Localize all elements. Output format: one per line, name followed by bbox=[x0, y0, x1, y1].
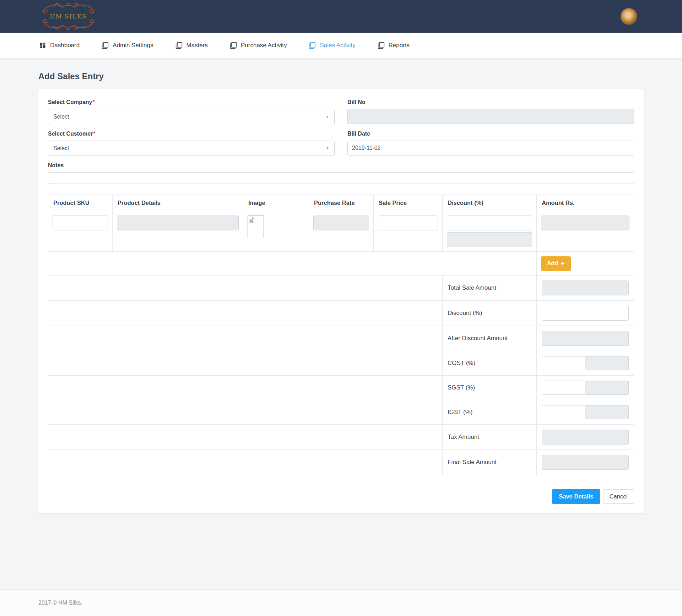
layers-icon bbox=[230, 42, 237, 49]
final-sale-amount-input bbox=[542, 455, 629, 470]
brand-logo: HM SILKS bbox=[39, 1, 98, 31]
notes-label: Notes bbox=[48, 162, 634, 169]
after-discount-amount-label: After Discount Amount bbox=[443, 326, 537, 351]
save-details-button[interactable]: Save Details bbox=[552, 489, 600, 504]
cgst-input-group bbox=[542, 356, 629, 370]
required-mark: * bbox=[93, 131, 95, 137]
chevron-down-icon: ▼ bbox=[326, 146, 329, 150]
product-sku-input[interactable] bbox=[53, 216, 108, 230]
after-discount-amount-input bbox=[542, 331, 629, 346]
col-image: Image bbox=[243, 195, 309, 211]
nav-item-admin-settings[interactable]: Admin Settings bbox=[102, 42, 153, 49]
nav-item-label: Admin Settings bbox=[113, 42, 153, 49]
add-button[interactable]: Add + bbox=[541, 256, 571, 271]
customer-select[interactable]: Select ▼ bbox=[48, 141, 335, 156]
summary-discount-input[interactable] bbox=[542, 306, 629, 321]
summary-row-final-sale-amount: Final Sale Amount bbox=[48, 450, 634, 475]
layers-icon bbox=[175, 42, 183, 49]
avatar[interactable] bbox=[621, 8, 637, 25]
company-select-value: Select bbox=[53, 114, 69, 120]
customer-label: Select Customer* bbox=[48, 130, 335, 137]
notes-input[interactable] bbox=[48, 172, 634, 184]
cgst-percent-input[interactable] bbox=[542, 356, 585, 370]
broken-image-icon bbox=[249, 217, 254, 223]
footer: 2017 © HM Silks. bbox=[0, 589, 682, 616]
igst-label: IGST (%) bbox=[443, 400, 537, 425]
amount-rs-input bbox=[541, 216, 629, 230]
required-mark: * bbox=[92, 99, 94, 105]
summary-row-igst: IGST (%) bbox=[48, 400, 634, 425]
total-sale-amount-label: Total Sale Amount bbox=[443, 276, 537, 301]
nav-item-label: Reports bbox=[389, 42, 410, 49]
igst-input-group bbox=[542, 405, 629, 419]
summary-row-after-discount: After Discount Amount bbox=[48, 326, 634, 351]
nav-item-sales-activity[interactable]: Sales Activity bbox=[309, 42, 355, 49]
sgst-amount-display bbox=[585, 381, 629, 395]
field-bill-no: Bill No bbox=[347, 99, 634, 124]
nav-item-reports[interactable]: Reports bbox=[378, 42, 410, 49]
topbar: HM SILKS bbox=[0, 0, 682, 33]
sale-price-input[interactable] bbox=[378, 216, 438, 230]
tax-amount-input bbox=[542, 430, 629, 445]
add-product-row: Add + bbox=[48, 252, 634, 276]
layers-icon bbox=[378, 42, 385, 49]
field-bill-date: Bill Date bbox=[347, 130, 634, 156]
summary-row-discount: Discount (%) bbox=[48, 301, 634, 326]
summary-row-tax-amount: Tax Amount bbox=[48, 425, 634, 450]
tax-amount-label: Tax Amount bbox=[443, 425, 537, 450]
customer-select-value: Select bbox=[53, 145, 69, 152]
field-select-customer: Select Customer* Select ▼ bbox=[48, 130, 335, 156]
product-image-placeholder bbox=[248, 216, 264, 238]
field-notes: Notes bbox=[48, 162, 634, 184]
nav-item-label: Sales Activity bbox=[320, 42, 355, 49]
igst-percent-input[interactable] bbox=[542, 405, 585, 419]
cancel-button[interactable]: Cancel bbox=[603, 489, 634, 504]
dashboard-icon bbox=[39, 42, 46, 49]
summary-discount-label: Discount (%) bbox=[443, 301, 537, 326]
sales-entry-card: Select Company* Select ▼ Bill No Select … bbox=[38, 89, 644, 513]
sales-entry-form: Select Company* Select ▼ Bill No Select … bbox=[48, 99, 634, 184]
sgst-label: SGST (%) bbox=[443, 376, 537, 400]
products-table: Product SKU Product Details Image Purcha… bbox=[48, 195, 634, 475]
layers-icon bbox=[102, 42, 109, 49]
nav-item-label: Dashboard bbox=[50, 42, 80, 49]
chevron-down-icon: ▼ bbox=[326, 115, 329, 119]
col-product-details: Product Details bbox=[113, 195, 243, 211]
field-select-company: Select Company* Select ▼ bbox=[48, 99, 335, 124]
summary-row-cgst: CGST (%) bbox=[48, 351, 634, 376]
col-amount: Amount Rs. bbox=[537, 195, 634, 211]
total-sale-amount-input bbox=[542, 280, 629, 295]
product-details-input bbox=[117, 216, 239, 230]
sgst-percent-input[interactable] bbox=[542, 381, 585, 395]
main-content: Add Sales Entry Select Company* Select ▼… bbox=[0, 59, 682, 589]
nav-item-label: Purchase Activity bbox=[241, 42, 287, 49]
discount-percent-input[interactable] bbox=[447, 216, 532, 230]
main-nav: Dashboard Admin Settings Masters Purchas… bbox=[0, 33, 682, 59]
col-product-sku: Product SKU bbox=[48, 195, 113, 211]
summary-row-sgst: SGST (%) bbox=[48, 376, 634, 400]
nav-item-dashboard[interactable]: Dashboard bbox=[39, 42, 80, 49]
company-select[interactable]: Select ▼ bbox=[48, 109, 335, 124]
svg-text:HM SILKS: HM SILKS bbox=[50, 13, 87, 20]
form-actions: Save Details Cancel bbox=[48, 489, 634, 504]
bill-date-input[interactable] bbox=[347, 141, 634, 156]
company-label: Select Company* bbox=[48, 99, 335, 106]
nav-item-purchase-activity[interactable]: Purchase Activity bbox=[230, 42, 287, 49]
col-discount: Discount (%) bbox=[443, 195, 537, 211]
table-header-row: Product SKU Product Details Image Purcha… bbox=[48, 195, 634, 211]
product-entry-row bbox=[48, 211, 634, 252]
page-title: Add Sales Entry bbox=[38, 59, 644, 89]
summary-row-total-sale-amount: Total Sale Amount bbox=[48, 276, 634, 301]
cgst-label: CGST (%) bbox=[443, 351, 537, 376]
nav-item-masters[interactable]: Masters bbox=[175, 42, 208, 49]
bill-date-label: Bill Date bbox=[347, 130, 634, 137]
col-purchase-rate: Purchase Rate bbox=[309, 195, 374, 211]
layers-icon bbox=[309, 42, 316, 49]
nav-item-label: Masters bbox=[186, 42, 208, 49]
col-sale-price: Sale Price bbox=[374, 195, 443, 211]
purchase-rate-input bbox=[313, 216, 369, 230]
copyright-text: 2017 © HM Silks. bbox=[38, 600, 82, 606]
final-sale-amount-label: Final Sale Amount bbox=[443, 450, 537, 475]
plus-icon: + bbox=[561, 260, 565, 267]
igst-amount-display bbox=[585, 405, 629, 419]
